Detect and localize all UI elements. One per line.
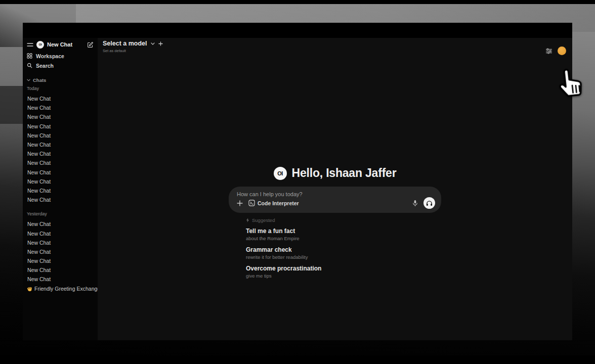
chat-list-item[interactable]: New Chat bbox=[27, 238, 94, 247]
input-controls: Code Interpreter bbox=[237, 197, 435, 209]
sidebar-toggle-icon[interactable] bbox=[27, 42, 33, 47]
model-selector[interactable]: Select a model bbox=[103, 40, 163, 47]
sidebar-header: OI New Chat bbox=[27, 40, 94, 49]
main-area: Select a model Set as default bbox=[98, 38, 572, 340]
sidebar-item-search[interactable]: Search bbox=[27, 61, 94, 70]
message-input-box[interactable]: Code Interpreter bbox=[229, 187, 441, 213]
chat-item-label: New Chat bbox=[27, 151, 51, 157]
chat-list-item[interactable]: New Chat bbox=[27, 103, 94, 112]
chat-list-item[interactable]: New Chat bbox=[27, 186, 94, 195]
chat-list-item[interactable]: New Chat bbox=[27, 122, 94, 131]
sidebar-item-label: Workspace bbox=[36, 53, 64, 59]
suggested-label: Suggested bbox=[252, 217, 275, 223]
sidebar-item-label: Search bbox=[36, 63, 54, 69]
chat-item-label: New Chat bbox=[27, 132, 51, 139]
chat-list-item[interactable]: New Chat bbox=[27, 229, 94, 238]
chat-item-label: New Chat bbox=[27, 276, 51, 282]
chat-item-label: New Chat bbox=[27, 142, 51, 148]
message-input[interactable] bbox=[237, 191, 435, 197]
chat-list-item[interactable]: New Chat bbox=[27, 140, 94, 149]
code-interpreter-icon bbox=[248, 200, 255, 206]
chat-item-label: New Chat bbox=[27, 169, 51, 175]
settings-sliders-icon[interactable] bbox=[545, 48, 552, 54]
chat-item-label: New Chat bbox=[27, 114, 51, 120]
sidebar-item-workspace[interactable]: Workspace bbox=[27, 51, 94, 61]
chat-list-item[interactable]: New Chat bbox=[27, 131, 94, 140]
chat-list-item[interactable]: New Chat bbox=[27, 219, 94, 229]
suggested-list: Tell me a fun factabout the Roman Empire… bbox=[246, 228, 441, 279]
chat-item-label: New Chat bbox=[27, 105, 51, 111]
chat-list-item[interactable]: New Chat bbox=[27, 94, 94, 103]
attach-plus-icon[interactable] bbox=[237, 200, 243, 206]
chat-item-label: Friendly Greeting Exchange bbox=[34, 286, 98, 292]
model-selector-label: Select a model bbox=[103, 40, 147, 47]
chat-list-item[interactable]: New Chat bbox=[27, 256, 94, 265]
suggested-prompt[interactable]: Overcome procrastinationgive me tips bbox=[246, 265, 441, 279]
user-avatar[interactable] bbox=[558, 47, 566, 55]
code-interpreter-button[interactable]: Code Interpreter bbox=[248, 200, 299, 206]
chevron-down-icon bbox=[27, 79, 30, 81]
suggested-prompt[interactable]: Tell me a fun factabout the Roman Empire bbox=[246, 228, 441, 241]
chat-list-item[interactable]: New Chat bbox=[27, 265, 94, 275]
headphones-icon bbox=[426, 200, 433, 206]
backdrop-dark-patch bbox=[0, 86, 23, 124]
sidebar-title: New Chat bbox=[47, 41, 84, 48]
chat-item-label: New Chat bbox=[27, 96, 51, 102]
chat-list-item[interactable]: New Chat bbox=[27, 149, 94, 158]
suggested-prompt[interactable]: Grammar checkrewrite it for better reada… bbox=[246, 246, 441, 260]
hand-cursor-icon bbox=[555, 62, 586, 99]
new-chat-compose-icon[interactable] bbox=[87, 41, 94, 48]
window-top-strip bbox=[23, 23, 572, 38]
chat-list-item[interactable]: New Chat bbox=[27, 112, 94, 121]
chat-item-label: New Chat bbox=[27, 178, 51, 185]
center-content: OI Hello, Ishaan Jaffer Code Inter bbox=[229, 166, 441, 284]
chat-item-label: New Chat bbox=[27, 231, 51, 237]
chat-list-item[interactable]: New Chat bbox=[27, 195, 94, 204]
chat-item-label: New Chat bbox=[27, 188, 51, 194]
sidebar: OI New Chat Workspace Search bbox=[23, 38, 98, 340]
window-body: OI New Chat Workspace Search bbox=[23, 38, 572, 340]
suggested-prompt-subtitle: rewrite it for better readability bbox=[246, 254, 441, 260]
chat-list-item[interactable]: Friendly Greeting Exchange bbox=[27, 284, 94, 293]
chat-item-label: New Chat bbox=[27, 267, 51, 273]
suggested-section: Suggested Tell me a fun factabout the Ro… bbox=[229, 217, 441, 279]
top-black-bar bbox=[0, 0, 595, 4]
suggested-header: Suggested bbox=[246, 217, 441, 223]
suggested-prompt-title: Overcome procrastination bbox=[246, 265, 441, 272]
chat-item-label: New Chat bbox=[27, 160, 51, 166]
chat-list-item[interactable]: New Chat bbox=[27, 158, 94, 167]
voice-call-button[interactable] bbox=[423, 197, 435, 209]
add-model-icon[interactable] bbox=[158, 41, 163, 46]
suggested-prompt-title: Grammar check bbox=[246, 246, 441, 253]
chat-item-label: New Chat bbox=[27, 258, 51, 264]
suggested-prompt-title: Tell me a fun fact bbox=[246, 228, 441, 235]
chat-list-item[interactable]: New Chat bbox=[27, 275, 94, 284]
chat-list-item[interactable]: New Chat bbox=[27, 177, 94, 186]
grid-icon bbox=[27, 53, 32, 59]
app-logo-large: OI bbox=[274, 167, 287, 180]
chat-item-label: New Chat bbox=[27, 123, 51, 129]
set-as-default-link[interactable]: Set as default bbox=[103, 49, 163, 53]
main-topbar: Select a model Set as default bbox=[98, 38, 572, 60]
chat-group-label: Yesterday bbox=[27, 211, 94, 217]
bottom-black-bar bbox=[0, 355, 595, 364]
chat-item-label: New Chat bbox=[27, 197, 51, 203]
chat-groups: TodayNew ChatNew ChatNew ChatNew ChatNew… bbox=[27, 86, 94, 293]
wave-emoji-icon bbox=[27, 286, 32, 291]
sparkle-bolt-icon bbox=[246, 218, 249, 222]
chevron-down-icon bbox=[151, 42, 155, 45]
chat-list-item[interactable]: New Chat bbox=[27, 168, 94, 177]
app-window: OI New Chat Workspace Search bbox=[23, 23, 572, 340]
chat-list-item[interactable]: New Chat bbox=[27, 247, 94, 256]
code-interpreter-label: Code Interpreter bbox=[258, 200, 299, 206]
chats-section-toggle[interactable]: Chats bbox=[27, 76, 94, 83]
chat-group-label: Today bbox=[27, 86, 94, 92]
suggested-prompt-subtitle: about the Roman Empire bbox=[246, 236, 441, 241]
topbar-right-controls bbox=[545, 40, 566, 60]
greeting-text: Hello, Ishaan Jaffer bbox=[292, 166, 397, 180]
microphone-icon[interactable] bbox=[412, 200, 418, 207]
search-icon bbox=[27, 63, 32, 68]
app-logo-small: OI bbox=[36, 41, 44, 49]
chat-item-label: New Chat bbox=[27, 240, 51, 246]
greeting-row: OI Hello, Ishaan Jaffer bbox=[229, 166, 441, 180]
